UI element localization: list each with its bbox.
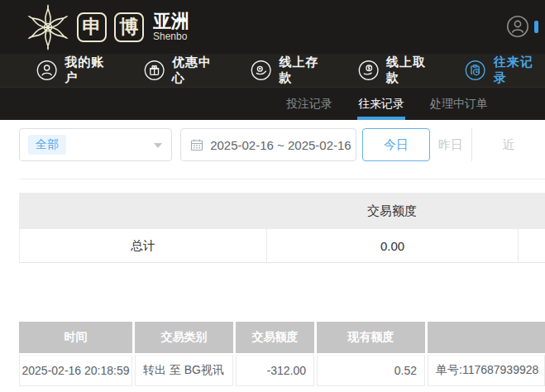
nav-item-promotions[interactable]: 优惠中心 xyxy=(144,55,224,86)
username-text-cutoff xyxy=(534,21,538,33)
account-area xyxy=(506,15,538,38)
logo-char-box: 博 xyxy=(114,12,144,42)
cell-time: 2025-02-16 20:18:59 xyxy=(19,355,132,386)
tab-transaction-records[interactable]: 往来记录 xyxy=(357,88,405,120)
yesterday-button[interactable]: 昨日 xyxy=(430,128,471,161)
clipboard-clock-icon xyxy=(465,60,485,81)
account-avatar-icon[interactable] xyxy=(506,15,529,38)
logo-region-cn: 亚洲 xyxy=(153,12,189,31)
summary-total-cutoff xyxy=(519,229,545,262)
cell-order-number: 单号:117687939928 xyxy=(428,355,545,386)
logo-region: 亚洲 Shenbo xyxy=(153,12,189,42)
nav-label: 优惠中心 xyxy=(172,55,223,86)
nav-item-transactions[interactable]: 往来记录 xyxy=(465,55,545,86)
summary-total-label: 总计 xyxy=(20,229,267,262)
nav-item-withdraw[interactable]: 线上取款 xyxy=(358,55,438,86)
recent-days-button[interactable]: 近 xyxy=(472,128,545,161)
main-navigation: 我的账户 优惠中心 线上存款 xyxy=(0,54,545,87)
table-row: 2025-02-16 20:18:59 转出 至 BG视讯 -312.00 0.… xyxy=(19,355,545,386)
calendar-icon xyxy=(190,138,203,151)
sub-navigation: 投注记录 往来记录 处理中订单 xyxy=(0,87,545,120)
lotus-flower-icon xyxy=(25,4,71,50)
caret-down-icon xyxy=(154,143,162,148)
nav-label: 线上取款 xyxy=(386,55,437,86)
tab-label: 往来记录 xyxy=(358,97,404,112)
cell-amount: -312.00 xyxy=(236,355,314,386)
today-button[interactable]: 今日 xyxy=(362,128,430,161)
logo-char-box: 申 xyxy=(77,12,107,42)
cell-balance: 0.52 xyxy=(317,355,425,386)
section-divider xyxy=(19,179,545,179)
brand-logo[interactable]: 申 博 亚洲 Shenbo xyxy=(25,4,189,50)
gift-icon xyxy=(144,60,165,81)
summary-total-value: 0.00 xyxy=(267,229,519,262)
nav-label: 线上存款 xyxy=(280,55,331,86)
col-header-balance: 现有额度 xyxy=(317,322,425,353)
user-icon xyxy=(36,60,57,81)
type-select[interactable]: 全部 xyxy=(19,128,172,161)
hand-dollar-icon xyxy=(358,60,379,81)
tab-betting-records[interactable]: 投注记录 xyxy=(285,88,333,120)
logo-subtitle: Shenbo xyxy=(153,31,189,42)
summary-header-row: 交易额度 xyxy=(19,193,545,229)
filter-row: 全部 2025-02-16 ~ 2025-02-16 今日 昨日 近 xyxy=(19,128,545,161)
records-table: 时间 交易类别 交易额度 现有额度 2025-02-16 20:18:59 转出… xyxy=(19,322,545,386)
records-header-row: 时间 交易类别 交易额度 现有额度 xyxy=(19,322,545,353)
nav-label: 往来记录 xyxy=(494,55,545,86)
summary-total-row: 总计 0.00 xyxy=(19,229,545,263)
col-header-amount: 交易额度 xyxy=(236,322,314,353)
nav-item-deposit[interactable]: 线上存款 xyxy=(251,55,331,86)
transaction-records-page: 申 博 亚洲 Shenbo 我的账户 xyxy=(0,0,545,392)
content-area: 全部 2025-02-16 ~ 2025-02-16 今日 昨日 近 xyxy=(0,128,545,386)
date-range-picker[interactable]: 2025-02-16 ~ 2025-02-16 xyxy=(180,128,356,161)
cell-type: 转出 至 BG视讯 xyxy=(135,355,233,386)
summary-table: 交易额度 总计 0.00 xyxy=(19,193,545,263)
col-header-order xyxy=(428,322,545,353)
quick-date-buttons: 今日 昨日 近 xyxy=(362,128,545,161)
col-header-time: 时间 xyxy=(19,322,132,353)
nav-item-my-account[interactable]: 我的账户 xyxy=(36,55,117,86)
nav-label: 我的账户 xyxy=(65,55,116,86)
summary-header-amount: 交易额度 xyxy=(266,203,518,219)
hand-coin-icon xyxy=(251,60,271,81)
tab-label: 投注记录 xyxy=(286,97,332,112)
top-header: 申 博 亚洲 Shenbo xyxy=(0,0,545,54)
tab-label: 处理中订单 xyxy=(430,97,488,112)
col-header-type: 交易类别 xyxy=(135,322,233,353)
date-range-value: 2025-02-16 ~ 2025-02-16 xyxy=(210,138,351,152)
selected-type-tag[interactable]: 全部 xyxy=(28,135,66,155)
tab-pending-orders[interactable]: 处理中订单 xyxy=(429,88,489,120)
